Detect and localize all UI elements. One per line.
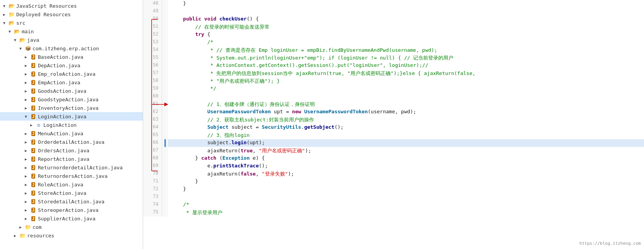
code-content-50: public void checkUser() { [168,15,644,23]
line-number-67: 67 [143,147,162,155]
tree-label-BaseAction: BaseAction.java [38,54,83,60]
tree-label-Emp_roleAction: Emp_roleAction.java [38,71,96,77]
tree-item-LoginAction[interactable]: ▼ J LoginAction.java [0,112,143,121]
tree-label-js-resources: JavaScript Resources [16,3,77,9]
tree-item-com[interactable]: ▶ 📁 com [0,223,143,231]
tree-label-src: src [16,20,25,26]
tree-label-ReportAction: ReportAction.java [38,156,89,162]
tree-item-DepAction[interactable]: ▶ J DepAction.java [0,61,143,70]
tree-icon-SupplierAction: J [30,215,36,222]
tree-item-StoredetailAction[interactable]: ▶ J StoredetailAction.java [0,197,143,206]
tree-label-SupplierAction: SupplierAction.java [38,216,96,222]
line-number-70: 70 [143,170,162,178]
file-tree[interactable]: ▼ 📂 JavaScript Resources ▶ 📁 Deployed Re… [0,0,143,249]
code-content-73 [168,193,644,201]
tree-item-Emp_roleAction[interactable]: ▶ J Emp_roleAction.java [0,70,143,78]
gutter-54 [162,46,168,54]
code-table: 48 }49 50 public void checkUser() {51 //… [143,0,644,217]
gutter-67 [162,147,168,155]
gutter-48 [162,0,168,8]
line-number-51: 51 [143,23,162,31]
tree-item-LoginAction-class[interactable]: ▶ ⚙ LoginAction [0,121,143,129]
tree-item-StoreAction[interactable]: ▶ J StoreAction.java [0,189,143,197]
tree-arrow-src: ▼ [3,21,8,25]
tree-item-src[interactable]: ▼ 📂 src [0,19,143,27]
gutter-60 [162,93,168,101]
tree-item-SupplierAction[interactable]: ▶ J SupplierAction.java [0,214,143,223]
tree-item-GoodsAction[interactable]: ▶ J GoodsAction.java [0,87,143,95]
tree-label-com-itzheng-erp-action: com.itzheng.erp.action [32,46,99,51]
line-number-54: 54 [143,46,162,54]
tree-label-DepAction: DepAction.java [38,63,80,68]
code-line-75: 75 * 显示登录用户 [143,209,644,217]
code-line-67: 67 ajaxReturn(true, "用户名或密码正确"); [143,147,644,155]
tree-icon-ReportAction: J [30,156,36,162]
code-line-56: 56 * ActionContext.getContext().getSessi… [143,62,644,70]
code-content-56: * ActionContext.getContext().getSession(… [168,62,644,70]
tree-icon-OrderdetailAction: J [30,139,36,145]
tree-label-StoredetailAction: StoredetailAction.java [38,199,104,205]
code-line-59: 59 */ [143,85,644,93]
tree-item-ReturnorderdetailAction[interactable]: ▶ J ReturnorderdetailAction.java [0,163,143,172]
tree-label-OrdersAction: OrdersAction.java [38,148,89,153]
tree-item-GoodstypeAction[interactable]: ▶ J GoodstypeAction.java [0,95,143,104]
tree-item-InventoryAction[interactable]: ▶ J InventoryAction.java [0,104,143,112]
tree-item-MenuAction[interactable]: ▶ J MenuAction.java [0,129,143,138]
code-panel: 48 }49 50 public void checkUser() {51 //… [143,0,644,249]
tree-item-EmpAction[interactable]: ▶ J EmpAction.java [0,78,143,87]
tree-icon-resources: 📁 [19,232,26,239]
code-line-68: 68 } catch (Exception e) { [143,155,644,162]
code-content-58: * "用户名或密码不正确"); } [168,77,644,85]
tree-item-ReturnordersAction[interactable]: ▶ J ReturnordersAction.java [0,172,143,180]
tree-label-com: com [32,224,41,230]
tree-arrow-ReturnordersAction: ▶ [25,174,29,178]
code-line-72: 72 } [143,186,644,193]
tree-item-com-itzheng-erp-action[interactable]: ▼ 📦 com.itzheng.erp.action [0,44,143,53]
code-line-65: 65 // 3、指向login [143,131,644,139]
tree-item-OrderdetailAction[interactable]: ▶ J OrderdetailAction.java [0,138,143,146]
code-line-48: 48 } [143,0,644,8]
tree-arrow-com-itzheng-erp-action: ▼ [19,46,24,51]
tree-item-resources[interactable]: ▶ 📁 resources [0,231,143,240]
tree-arrow-OrdersAction: ▶ [25,148,29,153]
tree-item-deployed-resources[interactable]: ▶ 📁 Deployed Resources [0,10,143,19]
line-number-63: 63 [143,116,162,124]
tree-arrow-SupplierAction: ▶ [25,217,29,221]
code-line-63: 63 // 2、获取主机subject:封装当前用户的操作 [143,116,644,124]
tree-item-java[interactable]: ▼ 📂 java [0,36,143,44]
tree-item-BaseAction[interactable]: ▶ J BaseAction.java [0,53,143,61]
tree-item-RoleAction[interactable]: ▶ J RoleAction.java [0,180,143,189]
tree-icon-InventoryAction: J [30,105,36,111]
code-content-61: // 1、创建令牌（通行证）身份认证，身份证明 [168,101,644,108]
code-line-70: 70 ajaxReturn(false, "登录失败"); [143,170,644,178]
tree-icon-Emp_roleAction: J [30,71,36,77]
tree-arrow-deployed-resources: ▶ [3,12,8,17]
tree-item-OrdersAction[interactable]: ▶ J OrdersAction.java [0,146,143,155]
code-content-59: */ [168,85,644,93]
code-content-75: * 显示登录用户 [168,209,644,217]
tree-icon-DepAction: J [30,62,36,68]
line-number-52: 52 [143,31,162,39]
gutter-59 [162,85,168,93]
tree-label-deployed-resources: Deployed Resources [16,12,71,17]
tree-icon-StoreAction: J [30,190,36,196]
tree-item-js-resources[interactable]: ▼ 📂 JavaScript Resources [0,2,143,10]
tree-arrow-InventoryAction: ▶ [25,106,29,110]
tree-icon-StoredetailAction: J [30,198,36,205]
tree-label-StoreAction: StoreAction.java [38,190,86,196]
code-content-72: } [168,186,644,193]
line-number-73: 73 [143,193,162,201]
tree-label-LoginAction-class: LoginAction [43,122,77,128]
line-number-72: 72 [143,186,162,193]
gutter-64 [162,124,168,131]
tree-icon-com-itzheng-erp-action: 📦 [25,45,31,51]
tree-item-main[interactable]: ▼ 📂 main [0,27,143,36]
gutter-58 [162,77,168,85]
code-line-73: 73 [143,193,644,201]
tree-item-ReportAction[interactable]: ▶ J ReportAction.java [0,155,143,163]
code-content-57: * 先把用户的信息放到session当中 ajaxReturn(true, "用… [168,70,644,77]
tree-item-StoreoperAction[interactable]: ▶ J StoreoperAction.java [0,206,143,214]
tree-icon-EmpAction: J [30,79,36,85]
code-content-52: try { [168,31,644,39]
gutter-56 [162,62,168,70]
